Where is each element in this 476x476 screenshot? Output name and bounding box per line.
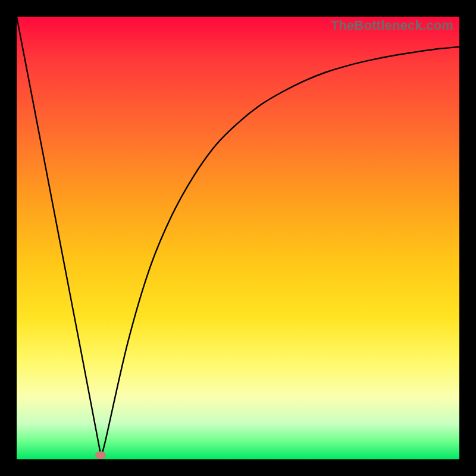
chart-frame: TheBottleneck.com xyxy=(0,0,476,476)
bottleneck-curve xyxy=(17,17,459,455)
curve-layer xyxy=(17,17,459,459)
optimal-point-marker xyxy=(95,451,106,459)
plot-area: TheBottleneck.com xyxy=(17,17,459,459)
